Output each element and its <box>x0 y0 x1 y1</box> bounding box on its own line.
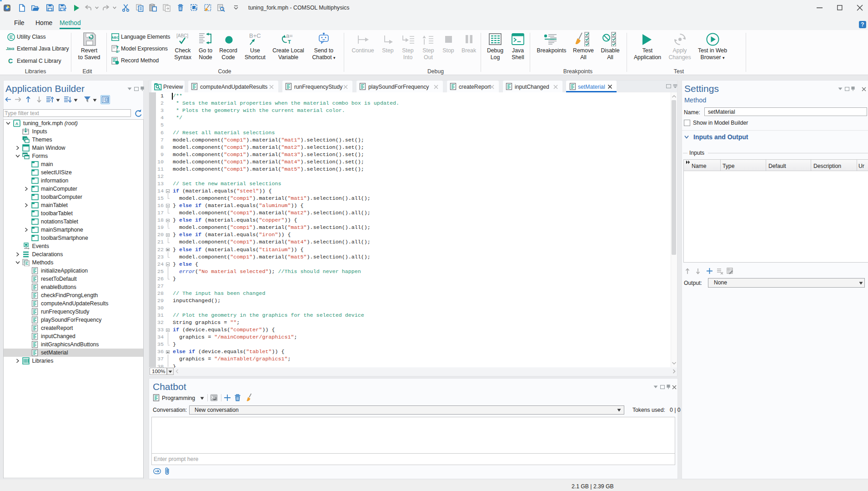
svg-text:[ABC]: [ABC] <box>176 33 188 38</box>
svg-text:a=: a= <box>116 49 120 54</box>
svg-text:A: A <box>15 121 19 126</box>
svg-text:T: T <box>288 39 291 45</box>
svg-text:a=: a= <box>286 33 293 39</box>
svg-text:ABC: ABC <box>111 35 119 40</box>
svg-text:B+C: B+C <box>249 33 261 39</box>
